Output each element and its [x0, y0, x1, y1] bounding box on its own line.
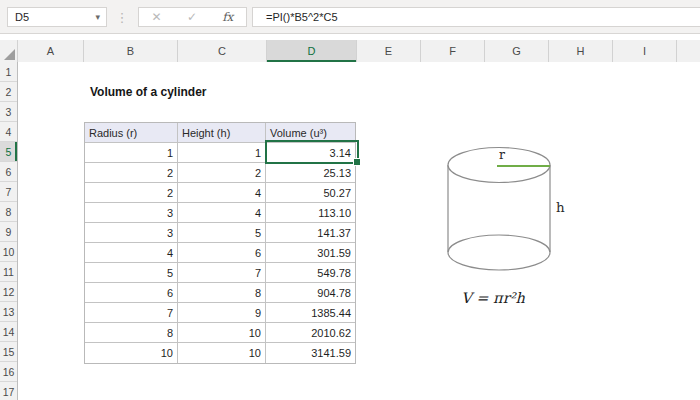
cell-c5[interactable]: 1: [178, 143, 266, 163]
row-headers: 1 2 3 4 5 6 7 8 9 10 11 12 13 14 15 16 1…: [0, 62, 18, 400]
column-header-b[interactable]: B: [84, 40, 178, 62]
cell-d10[interactable]: 301.59: [266, 243, 355, 263]
name-box-value: D5: [8, 11, 95, 23]
header-height[interactable]: Height (h): [178, 123, 266, 143]
chevron-down-icon[interactable]: ▾: [95, 12, 106, 22]
cell-d8[interactable]: 113.10: [266, 203, 355, 223]
row-header-13[interactable]: 13: [0, 302, 17, 322]
table-row: 6 8 904.78: [85, 283, 355, 303]
column-header-c[interactable]: C: [178, 40, 267, 62]
cell-b15[interactable]: 10: [85, 343, 178, 363]
cell-d6[interactable]: 25.13: [266, 163, 355, 183]
table-row: 10 10 3141.59: [85, 343, 355, 363]
enter-icon[interactable]: ✓: [187, 10, 197, 24]
table-row: 2 4 50.27: [85, 183, 355, 203]
table-row: 5 7 549.78: [85, 263, 355, 283]
more-options-icon: ⋮: [117, 6, 127, 28]
table-row: 4 6 301.59: [85, 243, 355, 263]
cell-b11[interactable]: 5: [85, 263, 178, 283]
row-header-9[interactable]: 9: [0, 222, 17, 242]
radius-label: r: [495, 147, 509, 162]
formula-input[interactable]: =PI()*B5^2*C5: [252, 7, 700, 27]
cell-b13[interactable]: 7: [85, 303, 178, 323]
cylinder-drawing[interactable]: r h V = πr²h: [420, 138, 600, 323]
cancel-icon[interactable]: ✕: [152, 10, 162, 24]
cell-c15[interactable]: 10: [178, 343, 266, 363]
row-header-15[interactable]: 15: [0, 342, 17, 362]
sheet-title[interactable]: Volume of a cylinder: [90, 85, 206, 99]
table-row: 1 1 3.14: [85, 143, 355, 163]
row-header-7[interactable]: 7: [0, 182, 17, 202]
row-header-12[interactable]: 12: [0, 282, 17, 302]
row-header-3[interactable]: 3: [0, 102, 17, 122]
column-headers: A B C D E F G H I: [0, 40, 700, 62]
name-box[interactable]: D5 ▾: [7, 7, 107, 27]
row-header-4[interactable]: 4: [0, 122, 17, 142]
cell-d14[interactable]: 2010.62: [266, 323, 355, 343]
column-header-partial[interactable]: [677, 40, 700, 62]
cell-b7[interactable]: 2: [85, 183, 178, 203]
column-header-a[interactable]: A: [18, 40, 84, 62]
cell-d12[interactable]: 904.78: [266, 283, 355, 303]
formula-bar: D5 ▾ ⋮ ✕ ✓ fx =PI()*B5^2*C5: [0, 0, 700, 34]
height-label: h: [556, 199, 565, 215]
column-header-i[interactable]: I: [613, 40, 677, 62]
cell-b10[interactable]: 4: [85, 243, 178, 263]
cell-d5-selected[interactable]: 3.14: [266, 143, 355, 163]
cell-d15[interactable]: 3141.59: [266, 343, 355, 363]
table-header-row: Radius (r) Height (h) Volume (u³): [85, 123, 355, 143]
table-row: 3 4 113.10: [85, 203, 355, 223]
table-row: 7 9 1385.44: [85, 303, 355, 323]
formula-text: =PI()*B5^2*C5: [253, 11, 338, 23]
cell-c10[interactable]: 6: [178, 243, 266, 263]
data-table: Radius (r) Height (h) Volume (u³) 1 1 3.…: [84, 122, 356, 364]
cell-c8[interactable]: 4: [178, 203, 266, 223]
column-header-f[interactable]: F: [421, 40, 485, 62]
cell-b5[interactable]: 1: [85, 143, 178, 163]
row-header-10[interactable]: 10: [0, 242, 17, 262]
formula-buttons: ✕ ✓ fx: [138, 7, 247, 27]
excel-window: D5 ▾ ⋮ ✕ ✓ fx =PI()*B5^2*C5 A B C D E F …: [0, 0, 700, 400]
table-row: 8 10 2010.62: [85, 323, 355, 343]
select-all-corner[interactable]: [0, 40, 18, 62]
cell-d13[interactable]: 1385.44: [266, 303, 355, 323]
header-volume[interactable]: Volume (u³): [266, 123, 355, 143]
cell-d11[interactable]: 549.78: [266, 263, 355, 283]
cylinder-shape: [420, 138, 600, 288]
column-header-e[interactable]: E: [357, 40, 421, 62]
cell-b14[interactable]: 8: [85, 323, 178, 343]
table-row: 2 2 25.13: [85, 163, 355, 183]
row-header-5-selected[interactable]: 5: [0, 142, 17, 162]
cell-c14[interactable]: 10: [178, 323, 266, 343]
header-radius[interactable]: Radius (r): [85, 123, 178, 143]
column-header-d-selected[interactable]: D: [267, 40, 357, 62]
row-header-2[interactable]: 2: [0, 82, 17, 102]
cell-c12[interactable]: 8: [178, 283, 266, 303]
row-header-14[interactable]: 14: [0, 322, 17, 342]
column-header-g[interactable]: G: [485, 40, 549, 62]
row-header-6[interactable]: 6: [0, 162, 17, 182]
volume-formula: V = πr²h: [423, 290, 563, 306]
row-header-17[interactable]: 17: [0, 382, 17, 400]
row-header-1[interactable]: 1: [0, 62, 17, 82]
cell-c13[interactable]: 9: [178, 303, 266, 323]
cell-c7[interactable]: 4: [178, 183, 266, 203]
select-all-icon: [4, 49, 15, 60]
table-row: 3 5 141.37: [85, 223, 355, 243]
cell-b9[interactable]: 3: [85, 223, 178, 243]
cell-b8[interactable]: 3: [85, 203, 178, 223]
cell-c6[interactable]: 2: [178, 163, 266, 183]
column-header-h[interactable]: H: [549, 40, 613, 62]
row-header-16[interactable]: 16: [0, 362, 17, 382]
cell-d9[interactable]: 141.37: [266, 223, 355, 243]
cell-b12[interactable]: 6: [85, 283, 178, 303]
cell-b6[interactable]: 2: [85, 163, 178, 183]
cell-d7[interactable]: 50.27: [266, 183, 355, 203]
cell-c11[interactable]: 7: [178, 263, 266, 283]
row-header-8[interactable]: 8: [0, 202, 17, 222]
cell-c9[interactable]: 5: [178, 223, 266, 243]
row-header-11[interactable]: 11: [0, 262, 17, 282]
insert-function-icon[interactable]: fx: [222, 10, 233, 24]
